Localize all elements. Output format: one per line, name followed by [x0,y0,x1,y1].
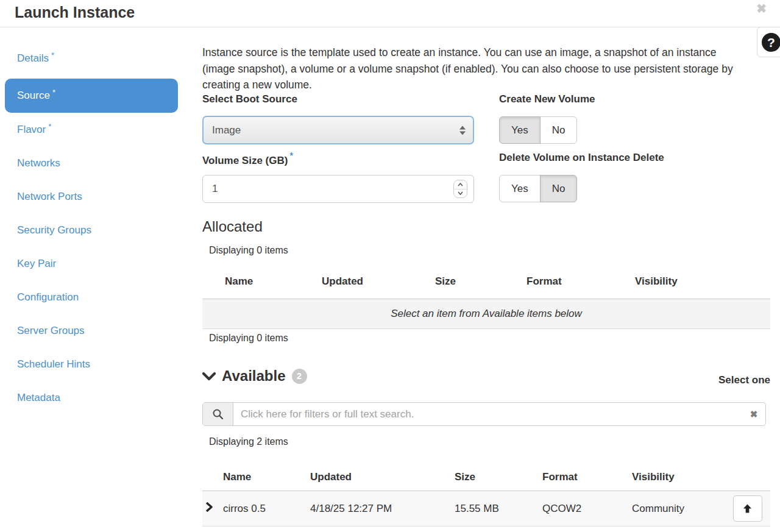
cell-name: cirros 0.5 [218,491,305,527]
action-column-header [725,464,770,491]
required-marker: * [289,151,292,160]
launch-instance-modal: Launch Instance ✖ ? Details* Source* Fla… [0,0,780,532]
allocated-empty-message: Select an item from Available items belo… [202,299,770,329]
table-row: cirros 0.5 4/18/25 12:27 PM 15.55 MB QCO… [202,491,770,527]
cell-format: QCOW2 [537,491,627,527]
allocated-title: Allocated [202,218,263,235]
available-table: Name Updated Size Format Visibility cirr… [202,464,770,527]
create-volume-yes-button[interactable]: Yes [499,116,541,144]
chevron-down-icon [202,372,216,381]
delete-volume-no-button[interactable]: No [540,175,578,202]
col-header-name: Name [202,268,300,299]
stepper-down-icon[interactable] [454,190,467,198]
col-header-updated: Updated [300,268,413,299]
chevron-right-icon [205,502,213,512]
delete-volume-yes-button[interactable]: Yes [499,175,541,202]
sidebar-item-server-groups[interactable]: Server Groups [0,314,183,347]
search-input[interactable] [233,403,742,425]
cell-visibility: Community [627,491,725,527]
select-one-hint: Select one [718,374,770,386]
allocated-empty-row: Select an item from Available items belo… [202,299,770,329]
page-title: Launch Instance [15,4,135,21]
allocated-count-top: Displaying 0 items [209,245,288,256]
create-volume-no-button[interactable]: No [540,116,578,144]
available-section-header[interactable]: Available 2 [202,367,307,385]
allocate-item-button[interactable] [733,495,762,522]
col-header-size: Size [450,464,537,491]
boot-source-label: Select Boot Source [202,93,297,105]
boot-source-value: Image [212,124,241,137]
sidebar-item-configuration[interactable]: Configuration [0,280,183,314]
filter-search-bar: ✖ [202,402,766,426]
stepper-up-icon[interactable] [454,180,467,190]
cell-size: 15.55 MB [450,491,537,527]
sidebar-item-network-ports[interactable]: Network Ports [0,180,183,213]
delete-volume-toggle: Yes No [499,175,577,202]
sidebar-item-key-pair[interactable]: Key Pair [0,247,183,280]
volume-size-input[interactable] [202,175,474,203]
boot-source-select[interactable]: Image [202,116,474,144]
available-count-text: Displaying 2 items [209,436,288,447]
volume-size-field-wrap [202,175,474,203]
col-header-name: Name [218,464,305,491]
volume-size-label: Volume Size (GB)* [202,152,293,167]
sidebar-item-networks[interactable]: Networks [0,146,183,180]
col-header-size: Size [413,268,505,299]
sidebar-item-source[interactable]: Source* [0,75,183,113]
allocated-table: Name Updated Size Format Visibility Sele… [202,268,770,329]
available-count-badge: 2 [292,369,307,384]
sidebar-item-details[interactable]: Details* [0,41,183,75]
sidebar-item-flavor[interactable]: Flavor* [0,113,183,146]
required-marker: * [51,51,54,60]
wizard-nav: Details* Source* Flavor* Networks Networ… [0,41,183,414]
required-marker: * [48,122,51,131]
create-volume-toggle: Yes No [499,116,577,144]
sidebar-item-scheduler-hints[interactable]: Scheduler Hints [0,347,183,381]
allocated-header-row: Name Updated Size Format Visibility [202,268,770,299]
expander-column-header [202,464,218,491]
sidebar-item-metadata[interactable]: Metadata [0,381,183,414]
allocated-count-bottom: Displaying 0 items [209,333,288,344]
delete-volume-label: Delete Volume on Instance Delete [499,152,664,164]
row-expander[interactable] [202,491,218,527]
available-title: Available [222,367,286,385]
col-header-visibility: Visibility [613,268,770,299]
col-header-visibility: Visibility [627,464,725,491]
arrow-up-icon [742,503,753,514]
number-stepper[interactable] [453,180,467,198]
col-header-updated: Updated [305,464,450,491]
required-marker: * [52,88,55,97]
available-header-row: Name Updated Size Format Visibility [202,464,770,491]
col-header-format: Format [537,464,627,491]
cell-updated: 4/18/25 12:27 PM [305,491,450,527]
sidebar-item-security-groups[interactable]: Security Groups [0,213,183,247]
intro-text: Instance source is the template used to … [202,44,741,93]
col-header-format: Format [505,268,613,299]
create-volume-label: Create New Volume [499,93,595,105]
source-step-panel: Instance source is the template used to … [202,0,770,532]
search-icon[interactable] [203,403,233,425]
clear-search-icon[interactable]: ✖ [742,403,765,425]
select-arrows-icon [459,126,466,135]
